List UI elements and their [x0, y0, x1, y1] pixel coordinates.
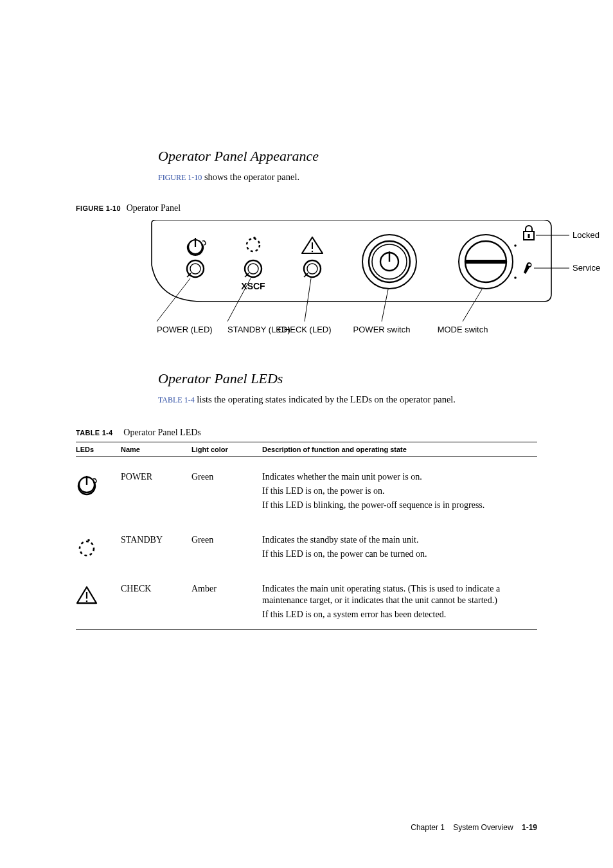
- cell-desc: Indicates the standby state of the main …: [262, 520, 537, 569]
- svg-text:Service: Service: [573, 263, 600, 273]
- section-appearance: Operator Panel Appearance FIGURE 1-10 sh…: [158, 148, 537, 184]
- table-row: POWER Green Indicates whether the main u…: [76, 457, 537, 520]
- cell-name: POWER: [121, 457, 191, 520]
- power-icon: [76, 457, 121, 520]
- svg-text:POWER switch: POWER switch: [353, 325, 411, 334]
- para-table-ref: TABLE 1-4 lists the operating states ind…: [158, 393, 537, 406]
- svg-point-7: [253, 237, 256, 239]
- cell-color: Amber: [191, 569, 262, 630]
- cell-name: STANDBY: [121, 520, 191, 569]
- svg-point-3: [190, 264, 200, 274]
- svg-text:CHECK (LED): CHECK (LED): [278, 325, 331, 334]
- th-desc: Description of function and operating st…: [262, 442, 537, 457]
- led-table: LEDs Name Light color Description of fun…: [76, 442, 537, 630]
- svg-rect-32: [528, 234, 530, 238]
- heading-appearance: Operator Panel Appearance: [158, 148, 537, 165]
- operator-panel-svg: XSCF: [145, 220, 613, 342]
- svg-point-45: [80, 541, 94, 556]
- svg-point-29: [514, 276, 517, 279]
- table-title: Operator Panel LEDs: [123, 428, 201, 437]
- svg-text:POWER (LED): POWER (LED): [157, 325, 213, 334]
- figure-title: Operator Panel: [127, 203, 181, 213]
- th-leds: LEDs: [76, 442, 121, 457]
- cell-color: Green: [191, 520, 262, 569]
- cell-name: CHECK: [121, 569, 191, 630]
- para-figure-ref: FIGURE 1-10 shows the operator panel.: [158, 171, 537, 184]
- svg-text:MODE switch: MODE switch: [438, 325, 488, 334]
- page: Operator Panel Appearance FIGURE 1-10 sh…: [0, 0, 613, 868]
- svg-line-24: [382, 289, 388, 321]
- heading-leds: Operator Panel LEDs: [158, 370, 537, 387]
- svg-point-46: [87, 539, 90, 541]
- figure-ref-link[interactable]: FIGURE 1-10: [158, 173, 202, 182]
- svg-line-18: [305, 278, 311, 321]
- svg-text:Locked: Locked: [573, 230, 600, 240]
- svg-point-35: [528, 264, 531, 266]
- figure-label: FIGURE 1-10: [76, 204, 121, 212]
- footer-chapter: Chapter 1: [411, 823, 445, 832]
- th-color: Light color: [191, 442, 262, 457]
- table-row: STANDBY Green Indicates the standby stat…: [76, 520, 537, 569]
- table-row: CHECK Amber Indicates the main unit oper…: [76, 569, 537, 630]
- svg-line-30: [463, 289, 482, 321]
- table-caption: TABLE 1-4 Operator Panel LEDs: [76, 428, 537, 438]
- para-figure-ref-text: shows the operator panel.: [202, 172, 299, 182]
- cell-desc: Indicates whether the main unit power is…: [262, 457, 537, 520]
- svg-point-28: [514, 244, 517, 247]
- footer-section: System Overview: [453, 823, 513, 832]
- svg-point-14: [312, 250, 313, 251]
- page-footer: Chapter 1 System Overview 1-19: [411, 823, 537, 832]
- section-leds: Operator Panel LEDs TABLE 1-4 lists the …: [158, 370, 537, 406]
- footer-page: 1-19: [522, 823, 537, 832]
- check-icon: [76, 569, 121, 630]
- table-header-row: LEDs Name Light color Description of fun…: [76, 442, 537, 457]
- svg-point-6: [247, 239, 260, 251]
- table-ref-link[interactable]: TABLE 1-4: [158, 395, 195, 404]
- svg-point-16: [307, 264, 317, 274]
- cell-color: Green: [191, 457, 262, 520]
- svg-point-48: [86, 600, 88, 602]
- svg-line-12: [227, 278, 251, 321]
- para-table-ref-text: lists the operating states indicated by …: [195, 394, 456, 404]
- figure-caption: FIGURE 1-10 Operator Panel: [76, 203, 537, 213]
- svg-point-9: [248, 264, 258, 274]
- table-label: TABLE 1-4: [76, 429, 113, 437]
- th-name: Name: [121, 442, 191, 457]
- figure-operator-panel: XSCF: [145, 220, 537, 342]
- standby-icon: [76, 520, 121, 569]
- cell-desc: Indicates the main unit operating status…: [262, 569, 537, 630]
